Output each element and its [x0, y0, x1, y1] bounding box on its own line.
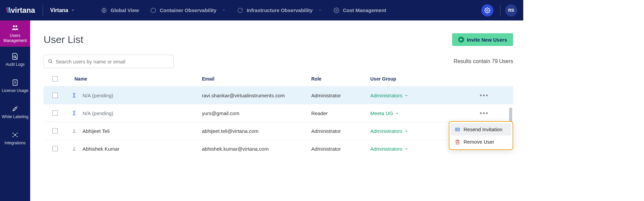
nav-label: Global View: [110, 7, 139, 13]
nav-label: Container Observability: [160, 7, 216, 13]
avatar-initials: RS: [508, 8, 514, 13]
sidebar-item-white-labeling[interactable]: White Labeling: [0, 99, 30, 125]
network-icon: [11, 131, 19, 139]
menu-remove-user[interactable]: Remove User: [451, 136, 511, 148]
chevron-down-icon: [318, 7, 322, 13]
row-group-dropdown[interactable]: Meeta UG: [370, 110, 464, 116]
table-row: Abhishek Kumarabhishek.kumar@virtana.com…: [44, 140, 513, 157]
svg-point-24: [457, 129, 458, 130]
menu-label: Remove User: [464, 139, 494, 145]
refresh-icon: [237, 7, 243, 13]
plus-icon: ＋: [458, 37, 464, 43]
row-actions-button[interactable]: •••: [480, 110, 488, 116]
brush-icon: [11, 105, 19, 112]
svg-line-18: [15, 135, 17, 137]
divider: [43, 5, 43, 16]
nav-cost-management[interactable]: Cost Management: [331, 5, 389, 15]
trash-icon: [455, 139, 460, 145]
svg-point-6: [14, 56, 16, 58]
row-checkbox[interactable]: [52, 110, 58, 116]
row-role: Administrator: [311, 93, 370, 98]
svg-point-21: [73, 129, 75, 131]
row-role: Reader: [311, 110, 370, 116]
chevron-down-icon: [222, 7, 226, 13]
nav-infrastructure-observability[interactable]: Infrastructure Observability: [234, 5, 325, 15]
nav-label: Cost Management: [343, 7, 386, 13]
sidebar: Users Management Audit Logs $ License Us…: [0, 20, 30, 201]
svg-point-3: [487, 9, 488, 11]
table-row: N/A (pending)yurs@gmail.comReaderMeeta U…: [44, 104, 513, 122]
org-name: Virtana: [50, 7, 68, 13]
row-role: Administrator: [311, 128, 370, 134]
search-input[interactable]: [56, 59, 169, 64]
logo-slashes-icon: \: [9, 6, 10, 15]
page-title: User List: [44, 34, 83, 45]
svg-line-17: [13, 135, 15, 137]
document-search-icon: [11, 53, 19, 60]
sidebar-item-license-usage[interactable]: $ License Usage: [0, 73, 30, 99]
menu-resend-invitation[interactable]: Resend Invitation: [451, 123, 511, 136]
invite-new-users-button[interactable]: ＋ Invite New Users: [452, 33, 513, 46]
nav-global-view[interactable]: Global View: [98, 5, 142, 15]
row-email: ravi.shankar@virtualinstruments.com: [202, 93, 311, 98]
results-count: Results contain 79 Users: [453, 58, 513, 64]
id-card-icon: [455, 127, 460, 132]
search-icon: [48, 59, 53, 64]
search-input-wrap[interactable]: [44, 55, 174, 68]
user-avatar[interactable]: RS: [505, 4, 517, 16]
svg-point-5: [15, 26, 17, 28]
brand-name: virtana: [11, 6, 35, 15]
svg-text:$: $: [14, 81, 16, 84]
sidebar-item-users-management[interactable]: Users Management: [0, 20, 30, 47]
hexagon-icon: [150, 7, 156, 13]
globe-icon: [101, 7, 107, 13]
sidebar-label: Audit Logs: [6, 62, 25, 67]
row-email: abhishek.kumar@virtana.com: [202, 146, 311, 152]
user-table: Name Email Role User Group N/A (pending)…: [44, 71, 513, 157]
nav-container-observability[interactable]: Container Observability: [148, 5, 228, 15]
svg-line-16: [15, 133, 17, 135]
sidebar-item-integrations[interactable]: Integrations: [0, 125, 30, 151]
top-nav: Global View Container Observability Infr…: [98, 5, 389, 15]
menu-label: Resend Invitation: [464, 127, 502, 132]
nav-label: Infrastructure Observability: [247, 7, 313, 13]
th-name: Name: [66, 76, 202, 82]
svg-point-19: [49, 59, 52, 62]
invite-btn-label: Invite New Users: [467, 37, 507, 43]
th-email: Email: [202, 76, 311, 82]
users-icon: [11, 24, 19, 31]
person-icon: [72, 128, 78, 134]
row-name: N/A (pending): [83, 93, 113, 98]
hourglass-icon: [72, 93, 78, 98]
row-name: Abhijeet Teli: [83, 128, 110, 134]
org-selector[interactable]: Virtana: [50, 7, 75, 13]
sidebar-label: Users Management: [1, 33, 29, 43]
svg-point-4: [13, 26, 15, 28]
chevron-down-icon: [71, 7, 75, 13]
hourglass-icon: [72, 110, 78, 116]
row-name: Abhishek Kumar: [83, 146, 119, 152]
row-actions-button[interactable]: •••: [480, 92, 488, 99]
table-header-row: Name Email Role User Group: [44, 71, 513, 86]
row-checkbox[interactable]: [52, 93, 58, 98]
gear-icon: [484, 7, 490, 13]
brand-logo[interactable]: \ \ \ virtana: [6, 6, 35, 15]
svg-marker-1: [151, 8, 156, 13]
svg-point-2: [336, 9, 337, 11]
row-role: Administrator: [311, 146, 370, 152]
sidebar-label: White Labeling: [2, 114, 28, 119]
row-checkbox[interactable]: [52, 146, 58, 151]
row-email: yurs@gmail.com: [202, 110, 311, 116]
sidebar-item-audit-logs[interactable]: Audit Logs: [0, 47, 30, 73]
sidebar-label: License Usage: [2, 88, 28, 93]
select-all-checkbox[interactable]: [52, 76, 58, 82]
row-checkbox[interactable]: [52, 128, 58, 134]
svg-line-20: [51, 62, 52, 63]
row-group-dropdown[interactable]: Administrators: [370, 93, 464, 98]
table-row: N/A (pending)ravi.shankar@virtualinstrum…: [44, 86, 513, 104]
row-name: N/A (pending): [83, 110, 113, 116]
person-icon: [72, 146, 78, 151]
gear-icon: [333, 7, 339, 13]
th-group: User Group: [370, 76, 464, 82]
settings-button[interactable]: [481, 4, 493, 16]
